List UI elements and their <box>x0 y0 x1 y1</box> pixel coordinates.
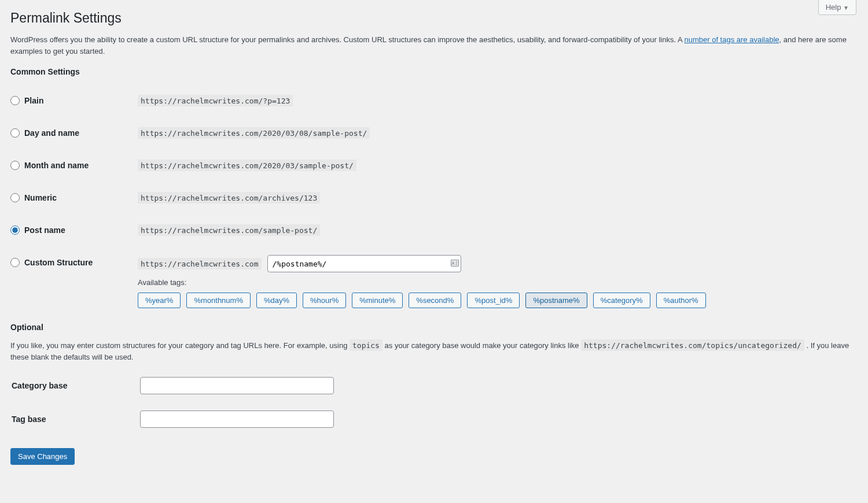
radio-day-name[interactable] <box>10 128 20 138</box>
tag-category[interactable]: %category% <box>593 293 650 308</box>
common-settings-table: Plain https://rachelmcwrites.com/?p=123 … <box>10 84 856 317</box>
option-custom[interactable]: Custom Structure <box>10 258 126 267</box>
radio-numeric[interactable] <box>10 193 20 202</box>
page-title: Permalink Settings <box>10 10 856 26</box>
tag-day[interactable]: %day% <box>256 293 297 308</box>
radio-custom[interactable] <box>10 258 20 267</box>
option-day-name[interactable]: Day and name <box>10 128 126 138</box>
tag-monthnum[interactable]: %monthnum% <box>186 293 251 308</box>
option-plain[interactable]: Plain <box>10 96 126 105</box>
radio-post-name[interactable] <box>10 225 20 235</box>
example-day-name: https://rachelmcwrites.com/2020/03/08/sa… <box>138 127 370 139</box>
tag-minute[interactable]: %minute% <box>352 293 403 308</box>
example-numeric: https://rachelmcwrites.com/archives/123 <box>138 192 320 204</box>
intro-paragraph: WordPress offers you the ability to crea… <box>10 34 856 57</box>
category-base-input[interactable] <box>140 377 334 394</box>
example-plain: https://rachelmcwrites.com/?p=123 <box>138 95 293 106</box>
example-month-name: https://rachelmcwrites.com/2020/03/sampl… <box>138 160 356 171</box>
radio-month-name[interactable] <box>10 161 20 170</box>
option-plain-label: Plain <box>24 96 43 105</box>
option-post-name[interactable]: Post name <box>10 225 126 235</box>
option-custom-label: Custom Structure <box>24 258 93 267</box>
option-post-name-label: Post name <box>24 225 65 235</box>
option-numeric-label: Numeric <box>24 193 57 202</box>
optional-blurb-mid: as your category base would make your ca… <box>382 341 581 350</box>
tag-year[interactable]: %year% <box>138 293 181 308</box>
option-day-name-label: Day and name <box>24 128 79 138</box>
common-settings-heading: Common Settings <box>10 67 856 76</box>
option-numeric[interactable]: Numeric <box>10 193 126 202</box>
category-base-label: Category base <box>12 369 133 402</box>
optional-code-url: https://rachelmcwrites.com/topics/uncate… <box>581 339 804 351</box>
tag-second[interactable]: %second% <box>409 293 461 308</box>
help-tab[interactable]: Help <box>818 0 856 15</box>
option-month-name[interactable]: Month and name <box>10 161 126 170</box>
custom-structure-input[interactable] <box>267 255 461 272</box>
radio-plain[interactable] <box>10 96 20 105</box>
tag-post-id[interactable]: %post_id% <box>467 293 520 308</box>
optional-code-topics: topics <box>350 339 382 351</box>
option-month-name-label: Month and name <box>24 161 89 170</box>
tags-row: %year% %monthnum% %day% %hour% %minute% … <box>138 293 851 308</box>
save-changes-button[interactable]: Save Changes <box>10 448 75 465</box>
help-tab-label: Help <box>826 3 841 12</box>
tag-postname[interactable]: %postname% <box>525 293 587 308</box>
tag-author[interactable]: %author% <box>656 293 706 308</box>
tag-base-input[interactable] <box>140 410 334 428</box>
intro-before: WordPress offers you the ability to crea… <box>10 35 684 44</box>
custom-base-url: https://rachelmcwrites.com <box>138 258 262 269</box>
optional-table: Category base Tag base <box>10 368 341 437</box>
optional-blurb: If you like, you may enter custom struct… <box>10 340 856 363</box>
optional-heading: Optional <box>10 323 856 332</box>
example-post-name: https://rachelmcwrites.com/sample-post/ <box>138 224 320 236</box>
tag-base-label: Tag base <box>12 403 133 435</box>
tag-hour[interactable]: %hour% <box>303 293 346 308</box>
optional-blurb-before: If you like, you may enter custom struct… <box>10 341 350 350</box>
intro-link[interactable]: number of tags are available <box>684 35 779 44</box>
available-tags-label: Available tags: <box>138 278 851 287</box>
